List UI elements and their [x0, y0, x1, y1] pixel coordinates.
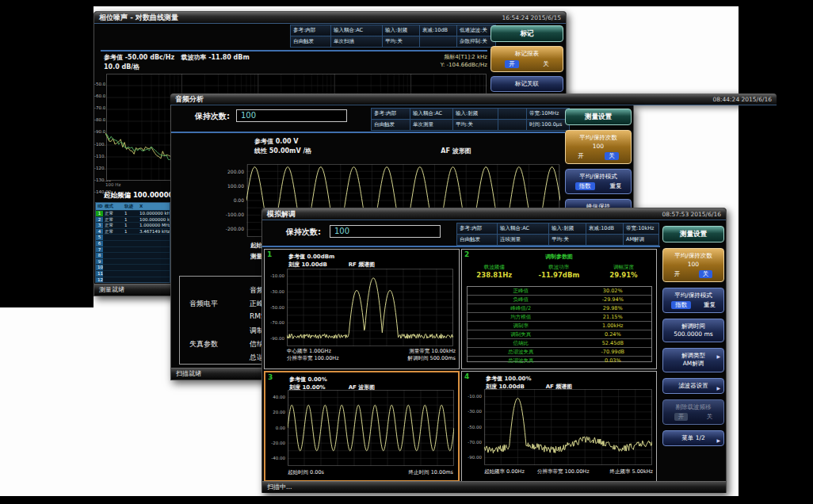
screen: { "w1": { "title": "相位噪声 - 对数曲线测量", "clo…: [0, 0, 813, 504]
softkey-panel: 测量设置 平均/保持次数 100 开 关 平均/保持模式 指数 重复 解调时间 …: [662, 226, 724, 446]
softkey-label: 解调类型: [665, 352, 722, 360]
status-cell: 自由触发: [457, 235, 497, 245]
page-background-left: [0, 307, 94, 496]
softkey-carrier-shift[interactable]: 剔除载波频移 开 关: [662, 399, 724, 425]
toggle-off[interactable]: 关: [699, 270, 713, 278]
hold-count-label: 保持次数:: [286, 227, 321, 238]
af-spectrum-plot: [484, 389, 652, 465]
ref-level: 参考值 100.00%: [486, 375, 531, 383]
panel-af-waveform[interactable]: 3 参考值 0.00% 刻度 10.00% AF 波形图 40.00 20.00…: [264, 371, 460, 482]
marker-row[interactable]: 11: [96, 270, 170, 277]
marker-table: ID 模式 轨迹 X 1正常110.000000 kHz 2正常1100.000…: [95, 202, 170, 283]
status-cell: 自由触发: [291, 36, 330, 47]
panel-rf-spectrum[interactable]: 1 参考值 0.00dBm 刻度 10.00dB RF 频谱图 -10.00 -…: [264, 249, 460, 369]
panel-af-spectrum[interactable]: 4 参考值 100.00% 刻度 10.00dB AF 频谱图 -10.00 -…: [461, 371, 657, 482]
softkey-marker[interactable]: 标记: [490, 25, 563, 42]
mode-exp[interactable]: 指数: [575, 182, 595, 190]
table-row: 调制失真0.24%: [468, 330, 651, 338]
softkey-avg-hold-mode[interactable]: 平均/保持模式 指数 重复: [662, 288, 724, 313]
toggle-on[interactable]: 开: [505, 60, 519, 68]
softkey-value: 100: [665, 261, 722, 269]
plot-title: AF 波形图: [353, 147, 559, 155]
y-axis-labels: 40.00 20.00 0.00 -20.00 -40.00: [267, 395, 285, 461]
status-cell: [420, 36, 456, 47]
status-cell: [498, 120, 526, 130]
marker-row[interactable]: 1正常110.000000 kHz: [96, 210, 170, 216]
softkey-avg-hold-mode[interactable]: 平均/保持模式 指数 重复: [565, 169, 632, 194]
quad-panels: 1 参考值 0.00dBm 刻度 10.00dB RF 频谱图 -10.00 -…: [264, 249, 657, 482]
ref-level: 参考值 0.00dBm: [288, 253, 334, 261]
softkey-marker-report[interactable]: 标记报表 开 关: [490, 46, 563, 71]
softkey-menu-page[interactable]: 菜单 1/2 ▶: [662, 430, 724, 446]
marker-row[interactable]: 10: [96, 264, 170, 270]
mode-repeat[interactable]: 重复: [704, 301, 716, 309]
status-bar: 扫描中...: [262, 481, 726, 493]
marker-row[interactable]: 2正常1100.000000 kHz: [96, 216, 170, 223]
header-separator: [171, 132, 565, 133]
status-cell: 输入耦合:AC: [410, 109, 452, 119]
softkey-demod-type[interactable]: 解调类型 AM解调 ▶: [662, 348, 724, 372]
header-separator: [101, 50, 487, 52]
marker-row[interactable]: 3正常11.000000 MHz: [96, 222, 170, 228]
clock: 08:57:53 2015/6/16: [662, 211, 721, 218]
toggle-off[interactable]: 关: [543, 60, 549, 68]
marker-row[interactable]: 8: [96, 252, 170, 258]
softkey-value: AM解调: [665, 360, 722, 368]
window-body: 保持次数: 100 参考:内部 输入耦合:AC 输入:射频 衰减:10dB 带宽…: [262, 220, 726, 493]
panel-number: 1: [267, 250, 272, 258]
y-axis-labels: 200.00 100.00 0.00 -100.00 -200.00: [225, 169, 244, 231]
hold-count-input[interactable]: 100: [236, 109, 347, 122]
softkey-avg-hold-count[interactable]: 平均/保持次数 100 开 关: [662, 248, 724, 281]
marker-table-header: ID 模式 轨迹 X: [96, 203, 170, 210]
stop-freq: 终止频率 5.00kHz: [609, 468, 653, 475]
group-label: 失真参数: [189, 339, 218, 349]
softkey-panel: 标记 标记报表 开 关 标记关联: [490, 25, 563, 92]
marker-row[interactable]: 5: [96, 234, 170, 240]
softkey-demod-time[interactable]: 解调时间 500.0000 ms: [662, 319, 724, 342]
marker-row[interactable]: 7: [96, 246, 170, 253]
toggle-on[interactable]: 开: [578, 152, 584, 160]
toggle-off[interactable]: 关: [707, 413, 713, 421]
y-axis-labels: -50.00-60.00 -70.00-80.00 -90.00-100.00 …: [94, 82, 105, 195]
submenu-arrow-icon: ▶: [716, 385, 720, 391]
softkey-label: 平均/保持次数: [665, 252, 722, 260]
hold-count-input[interactable]: 100: [330, 225, 441, 238]
rf-spectrum-plot: [287, 269, 453, 346]
marker-row[interactable]: 4正常13.467149 kHz: [96, 228, 170, 235]
status-cell: 平均:关: [383, 36, 419, 47]
mode-repeat[interactable]: 重复: [610, 182, 622, 190]
hold-count-label: 保持次数:: [195, 111, 230, 122]
window-title: 模拟解调: [267, 209, 296, 220]
softkey-label: 标记报表: [493, 50, 561, 58]
marker-row[interactable]: 9: [96, 258, 170, 265]
start-offset-readout: 起始频偏 100.00000: [104, 191, 174, 200]
mode-exp[interactable]: 指数: [671, 301, 691, 309]
status-cell: 输入耦合:AC: [331, 25, 382, 36]
toggle-off[interactable]: 关: [605, 152, 619, 160]
panel-mod-params[interactable]: 2 调制参数图 载波频偏238.81Hz 载波功率-11.97dBm 调幅深度2…: [461, 249, 657, 369]
softkey-marker-link[interactable]: 标记关联: [490, 76, 563, 92]
status-cell: 参考:内部: [457, 223, 497, 234]
table-row: 正峰值30.02%: [468, 287, 651, 295]
rbw: 分辨率带宽 100.00Hz: [537, 468, 590, 475]
marker-row[interactable]: 6: [96, 240, 170, 246]
softkey-avg-hold-count[interactable]: 平均/保持次数 100 开 关: [565, 130, 632, 163]
demod-time: 解调时间 500.00ms: [407, 355, 456, 362]
status-cell: 参考:内部: [372, 109, 410, 119]
status-cell: 输入:射频: [453, 109, 498, 119]
submenu-arrow-icon: ▶: [716, 353, 720, 360]
status-cell: 带宽:10MHz: [527, 109, 569, 119]
toggle-on[interactable]: 开: [674, 413, 689, 421]
softkey-measure-setup[interactable]: 测量设置: [565, 109, 632, 125]
af-waveform-plot: [288, 390, 454, 466]
marker-row[interactable]: 12: [96, 277, 170, 283]
softkey-label: 解调时间: [665, 323, 722, 330]
toggle-on[interactable]: 开: [674, 270, 681, 278]
ref-level-readout: 参考值 0.00 V: [254, 137, 299, 146]
center-freq: 中心频率 1.00GHz: [287, 348, 331, 355]
carrier-power: 载波功率 -11.80 dBm: [181, 54, 249, 61]
status-cell: 单次扫描: [331, 36, 382, 47]
titlebar: 模拟解调 08:57:53 2015/6/16: [262, 208, 726, 220]
softkey-filter-setup[interactable]: 滤波器设置 ▶: [662, 378, 724, 394]
softkey-measure-setup[interactable]: 测量设置: [662, 226, 724, 242]
